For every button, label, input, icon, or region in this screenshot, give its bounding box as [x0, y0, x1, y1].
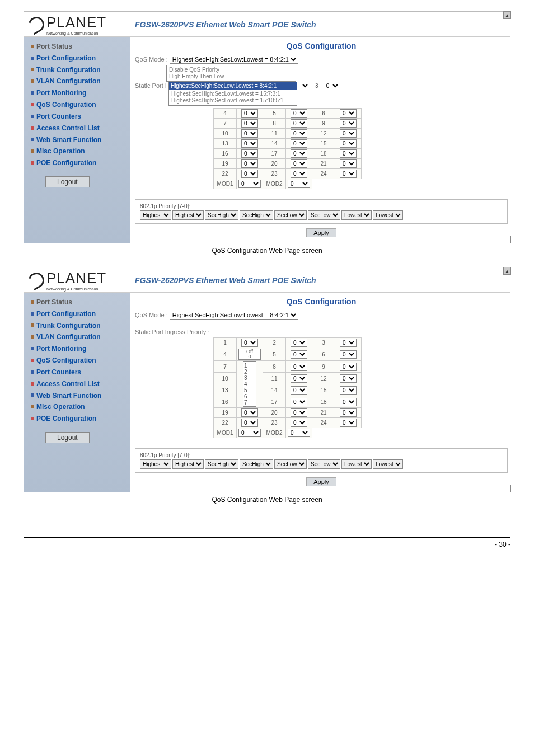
priority-select[interactable]: SecHigh [240, 459, 273, 469]
port-priority-cell[interactable]: 0 [286, 348, 312, 361]
port-priority-cell[interactable]: 0 [286, 384, 312, 396]
port-priority-select[interactable]: 0 [291, 374, 307, 383]
port-priority-cell[interactable]: 0 [237, 139, 263, 149]
port-priority-select[interactable]: 0 [340, 398, 357, 406]
nav-misc-operation[interactable]: Misc Operation [30, 401, 130, 412]
port-priority-select[interactable]: 0 [241, 149, 258, 158]
qos-mode-select[interactable]: Highest:SecHigh:SecLow:Lowest = 8:4:2:1 [170, 311, 298, 320]
port-priority-select[interactable]: 0 [340, 119, 357, 128]
priority-select[interactable]: Highest [140, 459, 171, 469]
port-priority-select[interactable]: 0 [340, 408, 357, 417]
priority-select[interactable]: Lowest [341, 459, 372, 469]
port-priority-select[interactable]: 0 [291, 350, 307, 359]
port-priority-cell[interactable]: 0 [237, 179, 263, 189]
port-priority-select[interactable]: 0 [291, 419, 307, 427]
port-priority-select[interactable]: 0 [291, 129, 307, 138]
port-priority-select[interactable]: 0 [291, 149, 307, 158]
port-priority-select[interactable]: 0 [340, 419, 357, 427]
port-priority-cell[interactable]: 0 [335, 109, 362, 119]
nav-port-status[interactable]: Port Status [30, 296, 130, 308]
priority-select[interactable]: Lowest [373, 210, 403, 220]
port-priority-cell[interactable]: 0 [335, 169, 362, 179]
port-priority-select[interactable]: 0 [340, 170, 357, 178]
port-priority-select[interactable]: 0 [291, 139, 307, 148]
qos-mode-select[interactable]: Highest:SecHigh:SecLow:Lowest = 8:4:2:1 [170, 55, 298, 64]
priority-select[interactable]: SecLow [274, 459, 307, 469]
port-priority-cell[interactable]: 0 [335, 408, 362, 418]
port-priority-cell[interactable]: 0 [237, 428, 263, 438]
nav-port-monitoring[interactable]: Port Monitoring [30, 87, 130, 98]
port-priority-select[interactable]: 0 [291, 119, 307, 128]
port-priority-select[interactable]: 0 [340, 149, 357, 158]
port-priority-cell[interactable]: 0 [237, 169, 263, 179]
port-priority-select[interactable]: 0 [241, 170, 258, 178]
nav-port-monitoring[interactable]: Port Monitoring [30, 342, 130, 354]
nav-misc-operation[interactable]: Misc Operation [30, 145, 130, 157]
col3-select[interactable]: 0 [324, 82, 340, 90]
nav-port-counters[interactable]: Port Counters [30, 110, 130, 122]
port-priority-select[interactable]: 0 [340, 363, 357, 371]
port-priority-cell[interactable]: 0 [335, 373, 362, 384]
port-priority-select[interactable]: 0 [291, 170, 307, 178]
priority-select[interactable]: SecLow [308, 210, 340, 220]
scroll-up-icon[interactable]: ▲ [503, 267, 511, 275]
port-priority-select[interactable]: 0 [291, 398, 307, 406]
port-priority-cell[interactable]: 0 [237, 119, 263, 129]
nav-port-counters[interactable]: Port Counters [30, 366, 130, 378]
nav-web-smart-function[interactable]: Web Smart Function [30, 389, 130, 401]
port-priority-cell[interactable]: 0 [335, 338, 362, 348]
port-priority-cell[interactable]: 0 [286, 408, 312, 418]
priority-select[interactable]: Highest [140, 210, 171, 220]
static-port-dropdown[interactable]: Highest:SecHigh:SecLow:Lowest = 8:4:2:1 … [168, 82, 297, 106]
port-priority-cell[interactable]: 0 [335, 348, 362, 361]
priority-select[interactable]: SecHigh [240, 210, 273, 220]
port-priority-cell[interactable]: 0 [237, 109, 263, 119]
priority-select[interactable]: SecHigh [205, 459, 238, 469]
port-priority-cell[interactable]: 0 [286, 159, 312, 169]
nav-qos-configuration[interactable]: QoS Configuration [30, 98, 130, 110]
port-priority-cell[interactable]: 0 [286, 338, 312, 348]
nav-access-control-list[interactable]: Access Control List [30, 122, 130, 134]
port-priority-select[interactable]: 0 [238, 429, 261, 437]
port-priority-select[interactable]: 0 [241, 139, 258, 148]
port-priority-cell[interactable]: 0 [286, 149, 312, 159]
port-priority-cell[interactable]: 0 [335, 119, 362, 129]
port-priority-select[interactable]: 0 [291, 159, 307, 168]
priority-select[interactable]: Highest [172, 210, 204, 220]
logout-button[interactable]: Logout [45, 176, 90, 187]
port-priority-cell[interactable]: 0 [286, 396, 312, 408]
nav-port-configuration[interactable]: Port Configuration [30, 308, 130, 320]
port-priority-select[interactable]: 0 [241, 419, 258, 427]
port-priority-cell[interactable]: 0 [335, 159, 362, 169]
port-priority-select[interactable]: 0 [291, 408, 307, 417]
nav-access-control-list[interactable]: Access Control List [30, 378, 130, 389]
nav-trunk-configuration[interactable]: Trunk Configuration [30, 64, 130, 76]
port-priority-cell[interactable]: 0 [286, 109, 312, 119]
priority-select[interactable]: SecLow [274, 210, 307, 220]
port-priority-cell[interactable]: 0 [286, 139, 312, 149]
apply-button[interactable]: Apply [306, 228, 336, 237]
port-priority-cell[interactable]: 0 [335, 361, 362, 373]
priority-select[interactable]: Lowest [341, 210, 372, 220]
port-priority-select[interactable]: 0 [340, 350, 357, 359]
nav-qos-configuration[interactable]: QoS Configuration [30, 354, 130, 366]
port-priority-cell[interactable]: 0 [286, 129, 312, 139]
port-priority-select[interactable]: 0 [340, 109, 357, 118]
port-priority-cell[interactable]: 0 [335, 129, 362, 139]
port-priority-select[interactable]: 0 [340, 339, 357, 347]
port-priority-select[interactable]: 0 [340, 139, 357, 148]
port-priority-select[interactable]: 0 [241, 339, 258, 347]
port-priority-cell[interactable]: 0 [237, 408, 263, 418]
port-priority-select[interactable]: 0 [241, 408, 258, 417]
port-priority-cell[interactable]: 0 [286, 418, 312, 428]
port-priority-cell[interactable]: 0 [335, 139, 362, 149]
nav-poe-configuration[interactable]: POE Configuration [30, 157, 130, 168]
port-priority-cell[interactable]: 0 [237, 129, 263, 139]
port-priority-cell[interactable]: 0 [335, 418, 362, 428]
port-priority-cell[interactable]: 0 [286, 179, 312, 189]
port-priority-dropdown-open[interactable]: Off0 [237, 348, 263, 361]
nav-port-status[interactable]: Port Status [30, 40, 130, 52]
port-priority-select[interactable]: 0 [291, 386, 307, 395]
port-priority-cell[interactable]: 0 [237, 149, 263, 159]
port-priority-cell[interactable]: 0 [237, 338, 263, 348]
